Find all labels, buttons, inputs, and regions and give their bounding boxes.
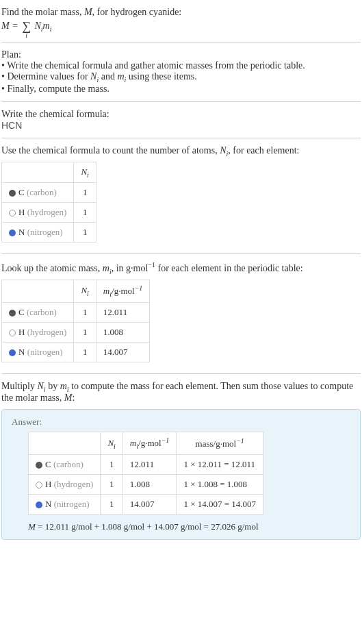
N-value: 1 xyxy=(101,455,122,475)
header-N: Ni xyxy=(74,162,96,183)
answer-box: Answer: Ni mi/g·mol−1 mass/g·mol−1 C (ca… xyxy=(1,409,361,540)
m-value: 12.011 xyxy=(96,302,150,322)
formula-N: N xyxy=(34,21,40,31)
element-cell: N (nitrogen) xyxy=(29,495,101,515)
plan-item: Write the chemical formula and gather at… xyxy=(1,60,361,71)
mass-value: 1 × 12.011 = 12.011 xyxy=(177,455,263,475)
table-row: H (hydrogen) 1 xyxy=(2,203,96,223)
step3-text: Look up the atomic mass, mi, in g·mol−1 … xyxy=(1,261,361,275)
N-value: 1 xyxy=(74,342,96,362)
step3-section: Look up the atomic mass, mi, in g·mol−1 … xyxy=(1,257,361,370)
nitrogen-dot-icon xyxy=(36,501,42,508)
table-row: C (carbon) 1 xyxy=(2,183,96,203)
carbon-dot-icon xyxy=(9,190,16,197)
element-cell: C (carbon) xyxy=(29,455,101,475)
empty-header xyxy=(2,280,74,302)
N-value: 1 xyxy=(74,183,96,203)
chemical-formula: HCN xyxy=(1,120,361,131)
N-value: 1 xyxy=(74,302,96,322)
empty-header xyxy=(2,162,74,183)
element-cell: C (carbon) xyxy=(2,302,74,322)
carbon-dot-icon xyxy=(36,462,42,469)
element-cell: H (hydrogen) xyxy=(29,475,101,495)
table-row: N (nitrogen) 1 14.007 xyxy=(2,342,150,362)
table-header-row: Ni mi/g·mol−1 mass/g·mol−1 xyxy=(29,432,263,455)
m-value: 14.007 xyxy=(96,342,150,362)
nitrogen-dot-icon xyxy=(9,349,16,356)
step4-section: Multiply Ni by mi to compute the mass fo… xyxy=(1,377,361,550)
N-value: 1 xyxy=(74,322,96,342)
divider xyxy=(1,42,361,42)
N-value: 1 xyxy=(74,203,96,223)
N-value: 1 xyxy=(74,223,96,243)
table-header-row: Ni xyxy=(2,162,96,183)
table-row: N (nitrogen) 1 14.007 1 × 14.007 = 14.00… xyxy=(29,495,263,515)
table-row: C (carbon) 1 12.011 1 × 12.011 = 12.011 xyxy=(29,455,263,475)
table-row: H (hydrogen) 1 1.008 xyxy=(2,322,150,342)
formula-m: m xyxy=(43,21,50,31)
step1-title: Write the chemical formula: xyxy=(1,109,361,120)
m-value: 12.011 xyxy=(122,455,177,475)
N-value: 1 xyxy=(101,475,122,495)
m-value: 1.008 xyxy=(122,475,177,495)
table-header-row: Ni mi/g·mol−1 xyxy=(2,280,150,302)
hydrogen-dot-icon xyxy=(9,330,16,336)
element-cell: N (nitrogen) xyxy=(2,342,74,362)
hydrogen-dot-icon xyxy=(36,482,42,488)
plan-list: Write the chemical formula and gather at… xyxy=(1,60,361,95)
formula-m-sub: i xyxy=(50,25,52,33)
intro-text-end: , for hydrogen cyanide: xyxy=(92,7,182,17)
table-row: H (hydrogen) 1 1.008 1 × 1.008 = 1.008 xyxy=(29,475,263,495)
final-formula: M = 12.011 g/mol + 1.008 g/mol + 14.007 … xyxy=(28,521,350,532)
carbon-dot-icon xyxy=(9,310,16,317)
empty-header xyxy=(29,432,101,455)
plan-title: Plan: xyxy=(1,49,361,60)
formula-eq: = xyxy=(10,21,21,31)
formula-M: M xyxy=(1,21,10,31)
answer-table: Ni mi/g·mol−1 mass/g·mol−1 C (carbon) 1 … xyxy=(28,432,263,515)
atom-count-table: Ni C (carbon) 1 H (hydrogen) 1 N (nitrog… xyxy=(1,162,96,243)
table-row: N (nitrogen) 1 xyxy=(2,223,96,243)
m-value: 14.007 xyxy=(122,495,177,515)
header-N: Ni xyxy=(101,432,122,455)
m-value: 1.008 xyxy=(96,322,150,342)
step4-text: Multiply Ni by mi to compute the mass fo… xyxy=(1,381,361,404)
atomic-mass-table: Ni mi/g·mol−1 C (carbon) 1 12.011 H (hyd… xyxy=(1,280,150,362)
header-mass: mass/g·mol−1 xyxy=(177,432,263,455)
divider xyxy=(1,138,361,138)
hydrogen-dot-icon xyxy=(9,210,16,216)
sum-symbol: ∑i xyxy=(22,19,31,34)
element-cell: H (hydrogen) xyxy=(2,203,74,223)
plan-section: Plan: Write the chemical formula and gat… xyxy=(1,45,361,99)
plan-item: Determine values for Ni and mi using the… xyxy=(1,71,361,84)
mass-value: 1 × 14.007 = 14.007 xyxy=(177,495,263,515)
sigma-icon: ∑ xyxy=(22,19,31,33)
sum-sub: i xyxy=(25,32,27,39)
step2-section: Use the chemical formula to count the nu… xyxy=(1,141,361,251)
element-cell: C (carbon) xyxy=(2,183,74,203)
nitrogen-dot-icon xyxy=(9,230,16,236)
N-value: 1 xyxy=(101,495,122,515)
header-m: mi/g·mol−1 xyxy=(96,280,150,302)
divider xyxy=(1,373,361,374)
element-cell: H (hydrogen) xyxy=(2,322,74,342)
table-row: C (carbon) 1 12.011 xyxy=(2,302,150,322)
plan-item: Finally, compute the mass. xyxy=(1,84,361,95)
molar-mass-formula: M = ∑i Nimi xyxy=(1,19,361,34)
intro-var-M: M xyxy=(84,7,92,17)
intro-text: Find the molar mass, xyxy=(1,7,84,17)
answer-label: Answer: xyxy=(12,417,350,428)
divider xyxy=(1,253,361,254)
step2-text: Use the chemical formula to count the nu… xyxy=(1,145,361,158)
intro-section: Find the molar mass, M, for hydrogen cya… xyxy=(1,3,361,39)
step1-section: Write the chemical formula: HCN xyxy=(1,105,361,135)
header-N: Ni xyxy=(74,280,96,302)
mass-value: 1 × 1.008 = 1.008 xyxy=(177,475,263,495)
divider xyxy=(1,101,361,102)
element-cell: N (nitrogen) xyxy=(2,223,74,243)
header-m: mi/g·mol−1 xyxy=(122,432,177,455)
